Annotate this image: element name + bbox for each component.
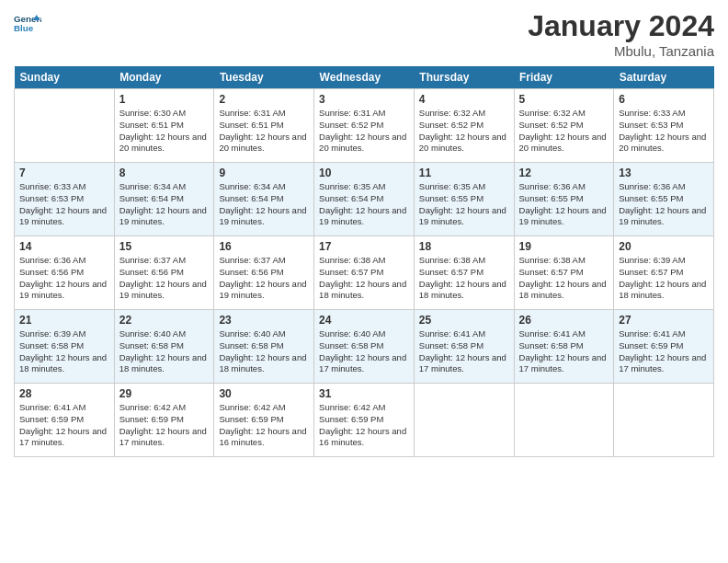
- day-number: 19: [519, 240, 609, 253]
- day-number: 10: [319, 167, 409, 179]
- header-cell-friday: Friday: [514, 66, 614, 89]
- day-cell: 9Sunrise: 6:34 AMSunset: 6:54 PMDaylight…: [214, 163, 314, 236]
- day-cell: 24Sunrise: 6:40 AMSunset: 6:58 PMDayligh…: [314, 310, 415, 384]
- page-container: General Blue January 2024 Mbulu, Tanzani…: [0, 0, 728, 466]
- day-info: Sunrise: 6:37 AMSunset: 6:56 PMDaylight:…: [219, 255, 309, 302]
- day-number: 25: [419, 314, 509, 327]
- day-cell: 18Sunrise: 6:38 AMSunset: 6:57 PMDayligh…: [414, 236, 514, 310]
- day-cell: 5Sunrise: 6:32 AMSunset: 6:52 PMDaylight…: [514, 89, 614, 163]
- day-cell: 25Sunrise: 6:41 AMSunset: 6:58 PMDayligh…: [414, 310, 514, 384]
- day-number: 12: [519, 167, 609, 179]
- day-number: 15: [119, 240, 210, 253]
- day-cell: 1Sunrise: 6:30 AMSunset: 6:51 PMDaylight…: [114, 89, 214, 163]
- day-cell: 3Sunrise: 6:31 AMSunset: 6:52 PMDaylight…: [314, 89, 415, 163]
- day-info: Sunrise: 6:37 AMSunset: 6:56 PMDaylight:…: [119, 255, 210, 302]
- day-cell: 22Sunrise: 6:40 AMSunset: 6:58 PMDayligh…: [114, 310, 214, 384]
- day-cell: [514, 384, 614, 457]
- day-info: Sunrise: 6:33 AMSunset: 6:53 PMDaylight:…: [619, 108, 709, 155]
- day-info: Sunrise: 6:41 AMSunset: 6:58 PMDaylight:…: [419, 328, 509, 375]
- day-cell: 8Sunrise: 6:34 AMSunset: 6:54 PMDaylight…: [114, 163, 214, 236]
- week-row-4: 28Sunrise: 6:41 AMSunset: 6:59 PMDayligh…: [15, 384, 714, 457]
- day-info: Sunrise: 6:41 AMSunset: 6:58 PMDaylight:…: [519, 328, 609, 375]
- day-number: 27: [619, 314, 709, 327]
- day-info: Sunrise: 6:41 AMSunset: 6:59 PMDaylight:…: [619, 328, 709, 375]
- header-row: SundayMondayTuesdayWednesdayThursdayFrid…: [15, 66, 714, 89]
- page-header: General Blue January 2024 Mbulu, Tanzani…: [14, 9, 714, 59]
- day-number: 5: [519, 93, 609, 106]
- day-number: 21: [19, 314, 109, 327]
- day-info: Sunrise: 6:40 AMSunset: 6:58 PMDaylight:…: [219, 328, 309, 375]
- day-number: 28: [19, 387, 109, 400]
- day-cell: 26Sunrise: 6:41 AMSunset: 6:58 PMDayligh…: [514, 310, 614, 384]
- day-number: 20: [619, 240, 709, 253]
- day-number: 31: [319, 387, 409, 400]
- day-cell: 6Sunrise: 6:33 AMSunset: 6:53 PMDaylight…: [614, 89, 714, 163]
- day-cell: 20Sunrise: 6:39 AMSunset: 6:57 PMDayligh…: [614, 236, 714, 310]
- header-cell-tuesday: Tuesday: [214, 66, 314, 89]
- day-info: Sunrise: 6:38 AMSunset: 6:57 PMDaylight:…: [519, 255, 609, 302]
- day-number: 16: [219, 240, 309, 253]
- day-info: Sunrise: 6:31 AMSunset: 6:51 PMDaylight:…: [219, 108, 309, 155]
- day-cell: 4Sunrise: 6:32 AMSunset: 6:52 PMDaylight…: [414, 89, 514, 163]
- day-cell: [15, 89, 115, 163]
- day-number: 23: [219, 314, 309, 327]
- day-number: 7: [19, 167, 109, 179]
- day-cell: 15Sunrise: 6:37 AMSunset: 6:56 PMDayligh…: [114, 236, 214, 310]
- day-cell: 30Sunrise: 6:42 AMSunset: 6:59 PMDayligh…: [214, 384, 314, 457]
- day-number: 17: [319, 240, 409, 253]
- day-info: Sunrise: 6:39 AMSunset: 6:57 PMDaylight:…: [619, 255, 709, 302]
- day-info: Sunrise: 6:36 AMSunset: 6:56 PMDaylight:…: [19, 255, 109, 302]
- day-cell: 11Sunrise: 6:35 AMSunset: 6:55 PMDayligh…: [414, 163, 514, 236]
- day-info: Sunrise: 6:32 AMSunset: 6:52 PMDaylight:…: [419, 108, 509, 155]
- day-cell: 2Sunrise: 6:31 AMSunset: 6:51 PMDaylight…: [214, 89, 314, 163]
- day-cell: 21Sunrise: 6:39 AMSunset: 6:58 PMDayligh…: [15, 310, 115, 384]
- day-info: Sunrise: 6:39 AMSunset: 6:58 PMDaylight:…: [19, 328, 109, 375]
- header-cell-wednesday: Wednesday: [314, 66, 415, 89]
- svg-text:Blue: Blue: [14, 23, 34, 33]
- day-number: 4: [419, 93, 509, 106]
- day-info: Sunrise: 6:33 AMSunset: 6:53 PMDaylight:…: [19, 181, 109, 228]
- day-cell: 23Sunrise: 6:40 AMSunset: 6:58 PMDayligh…: [214, 310, 314, 384]
- day-cell: 19Sunrise: 6:38 AMSunset: 6:57 PMDayligh…: [514, 236, 614, 310]
- day-cell: 16Sunrise: 6:37 AMSunset: 6:56 PMDayligh…: [214, 236, 314, 310]
- header-cell-thursday: Thursday: [414, 66, 514, 89]
- day-cell: 7Sunrise: 6:33 AMSunset: 6:53 PMDaylight…: [15, 163, 115, 236]
- header-cell-monday: Monday: [114, 66, 214, 89]
- week-row-1: 7Sunrise: 6:33 AMSunset: 6:53 PMDaylight…: [15, 163, 714, 236]
- day-info: Sunrise: 6:36 AMSunset: 6:55 PMDaylight:…: [619, 181, 709, 228]
- day-cell: 29Sunrise: 6:42 AMSunset: 6:59 PMDayligh…: [114, 384, 214, 457]
- day-info: Sunrise: 6:42 AMSunset: 6:59 PMDaylight:…: [219, 402, 309, 449]
- day-number: 8: [119, 167, 210, 179]
- day-number: 26: [519, 314, 609, 327]
- day-cell: 31Sunrise: 6:42 AMSunset: 6:59 PMDayligh…: [314, 384, 415, 457]
- day-cell: 14Sunrise: 6:36 AMSunset: 6:56 PMDayligh…: [15, 236, 115, 310]
- day-cell: 10Sunrise: 6:35 AMSunset: 6:54 PMDayligh…: [314, 163, 415, 236]
- day-number: 2: [219, 93, 309, 106]
- logo-icon: General Blue: [14, 9, 41, 37]
- day-info: Sunrise: 6:35 AMSunset: 6:55 PMDaylight:…: [419, 181, 509, 228]
- header-cell-sunday: Sunday: [15, 66, 115, 89]
- week-row-3: 21Sunrise: 6:39 AMSunset: 6:58 PMDayligh…: [15, 310, 714, 384]
- day-info: Sunrise: 6:34 AMSunset: 6:54 PMDaylight:…: [119, 181, 210, 228]
- week-row-2: 14Sunrise: 6:36 AMSunset: 6:56 PMDayligh…: [15, 236, 714, 310]
- header-cell-saturday: Saturday: [614, 66, 714, 89]
- day-info: Sunrise: 6:36 AMSunset: 6:55 PMDaylight:…: [519, 181, 609, 228]
- day-cell: 13Sunrise: 6:36 AMSunset: 6:55 PMDayligh…: [614, 163, 714, 236]
- day-number: 3: [319, 93, 409, 106]
- day-number: 13: [619, 167, 709, 179]
- day-info: Sunrise: 6:40 AMSunset: 6:58 PMDaylight:…: [119, 328, 210, 375]
- day-number: 9: [219, 167, 309, 179]
- day-number: 6: [619, 93, 709, 106]
- title-block: January 2024 Mbulu, Tanzania: [528, 9, 714, 59]
- calendar-table: SundayMondayTuesdayWednesdayThursdayFrid…: [14, 66, 714, 457]
- day-number: 30: [219, 387, 309, 400]
- day-number: 11: [419, 167, 509, 179]
- day-info: Sunrise: 6:38 AMSunset: 6:57 PMDaylight:…: [319, 255, 409, 302]
- location: Mbulu, Tanzania: [528, 43, 714, 59]
- day-info: Sunrise: 6:42 AMSunset: 6:59 PMDaylight:…: [319, 402, 409, 449]
- day-info: Sunrise: 6:30 AMSunset: 6:51 PMDaylight:…: [119, 108, 210, 155]
- day-number: 29: [119, 387, 210, 400]
- day-info: Sunrise: 6:42 AMSunset: 6:59 PMDaylight:…: [119, 402, 210, 449]
- day-cell: 28Sunrise: 6:41 AMSunset: 6:59 PMDayligh…: [15, 384, 115, 457]
- day-cell: [414, 384, 514, 457]
